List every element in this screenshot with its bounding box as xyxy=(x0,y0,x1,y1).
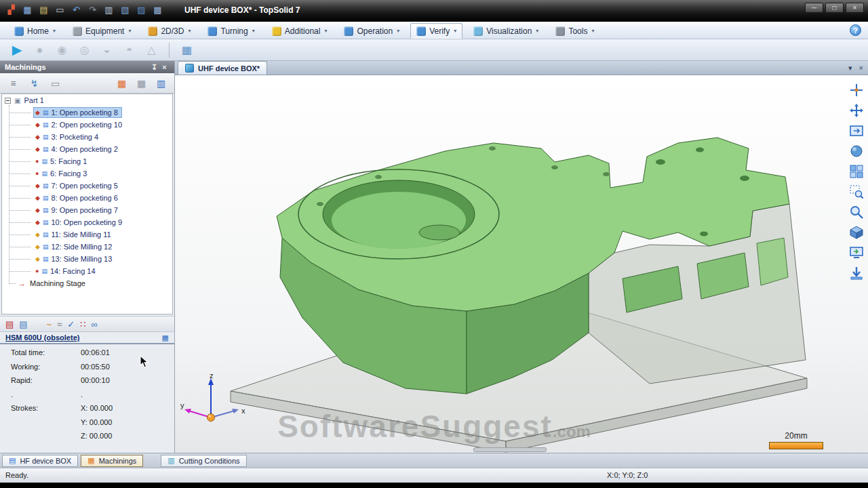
tree-root-part[interactable]: Part 1 xyxy=(2,94,172,106)
fit-view-icon[interactable] xyxy=(848,123,865,139)
machining-tree-item[interactable]: 4: Open pocketing 2 xyxy=(2,143,172,155)
tree-filter-icon[interactable]: ≡ xyxy=(5,75,22,91)
machining-tree-item[interactable]: 11: Side Milling 11 xyxy=(2,228,172,241)
machining-tree-item[interactable]: 5: Facing 1 xyxy=(2,155,172,167)
copy-view-icon[interactable]: ▥ xyxy=(102,3,116,16)
window-list-icon[interactable]: ▾ xyxy=(848,64,852,73)
model-3d-view[interactable] xyxy=(175,75,868,453)
operation-type-icon xyxy=(35,268,39,274)
close-view-icon[interactable]: × xyxy=(859,64,863,73)
redo-icon[interactable]: ↷ xyxy=(85,3,100,16)
origin-crosshair-icon[interactable] xyxy=(848,82,865,98)
save-icon[interactable]: ▦ xyxy=(20,3,35,16)
connection-icon[interactable]: ∞ xyxy=(92,319,98,329)
print-icon[interactable]: ▭ xyxy=(47,75,64,91)
machining-tree-item[interactable]: 14: Facing 14 xyxy=(2,265,172,277)
machining-stage-item[interactable]: Machining Stage xyxy=(2,277,172,289)
chevron-down-icon[interactable]: ▾ xyxy=(252,28,255,34)
split-viewports-icon[interactable] xyxy=(848,163,865,180)
viewport-scrollbar[interactable] xyxy=(473,447,547,452)
machining-tree-item[interactable]: 9: Open pocketing 7 xyxy=(2,204,172,216)
tools-table-icon[interactable]: ▦ xyxy=(133,75,150,91)
print-icon[interactable]: ▭ xyxy=(53,3,67,16)
maximize-button[interactable]: □ xyxy=(825,3,844,13)
toolpath-icon[interactable]: ~ xyxy=(47,319,52,329)
verify-check-icon[interactable]: ✓ xyxy=(67,319,75,329)
operation-type-icon xyxy=(35,134,40,140)
machining-plan-icon[interactable]: ▦ xyxy=(178,41,195,58)
probe-icon[interactable]: △ xyxy=(143,41,160,58)
chevron-down-icon[interactable]: ▾ xyxy=(127,28,131,34)
operation-type-icon xyxy=(35,121,40,128)
close-button[interactable]: × xyxy=(846,3,864,13)
machinings-view-icon[interactable]: ▤ xyxy=(5,319,14,329)
document-area: UHF device BOX* ▾ × xyxy=(175,61,868,453)
sync-icon[interactable]: ↯ xyxy=(26,75,43,91)
tool-icon[interactable]: ◒ xyxy=(98,41,115,58)
ribbon-tab[interactable]: Equipment ▾ xyxy=(66,23,137,39)
machining-tree-item-label: 13: Side Milling 13 xyxy=(51,255,112,263)
machining-tree-item[interactable]: 1: Open pocketing 8 xyxy=(2,106,172,119)
ribbon-tab[interactable]: Home ▾ xyxy=(8,23,62,39)
operations-table-icon[interactable]: ▦ xyxy=(113,75,130,91)
shaded-view-icon[interactable] xyxy=(848,143,865,159)
zoom-window-icon[interactable] xyxy=(848,184,865,200)
machined-stock-icon[interactable]: ◉ xyxy=(54,41,71,58)
document-options-icon[interactable]: ▨ xyxy=(134,3,149,16)
pin-icon[interactable]: ↧ xyxy=(149,63,159,72)
toolpath-layers-icon xyxy=(43,121,49,128)
holder-icon[interactable]: ◓ xyxy=(121,41,138,58)
window-layout-icon[interactable]: ▩ xyxy=(151,3,165,16)
help-button[interactable]: ? xyxy=(850,24,861,36)
stock-icon[interactable]: ● xyxy=(31,41,48,58)
ribbon-tab[interactable]: Turning ▾ xyxy=(201,23,260,39)
ribbon-tab[interactable]: Tools ▾ xyxy=(549,23,600,39)
ribbon-tab[interactable]: Visualization ▾ xyxy=(467,23,545,39)
machining-tree-item[interactable]: 2: Open pocketing 10 xyxy=(2,119,172,131)
collisions-icon[interactable]: ∷ xyxy=(80,319,85,329)
app-menu-icon[interactable]: ▞ xyxy=(4,3,18,16)
machining-stage-label: Machining Stage xyxy=(30,279,85,287)
times-table-icon[interactable]: ▥ xyxy=(153,75,170,91)
undo-icon[interactable]: ↶ xyxy=(69,3,83,16)
screen-update-icon[interactable] xyxy=(848,245,865,261)
machining-tree-item[interactable]: 12: Side Milling 12 xyxy=(2,241,172,253)
chevron-down-icon[interactable]: ▾ xyxy=(187,28,191,34)
machining-tree-item[interactable]: 7: Open pocketing 5 xyxy=(2,180,172,192)
machining-tree-item[interactable]: 10: Open pocketing 9 xyxy=(2,216,172,228)
chevron-down-icon[interactable]: ▾ xyxy=(396,28,399,34)
ribbon-tab[interactable]: Operation ▾ xyxy=(338,23,406,39)
document-tab[interactable]: UHF device BOX* xyxy=(178,61,267,75)
machining-tree-item[interactable]: 8: Open pocketing 6 xyxy=(2,192,172,204)
chevron-down-icon[interactable]: ▾ xyxy=(323,28,327,34)
ribbon-tab[interactable]: 2D/3D ▾ xyxy=(142,23,197,39)
bottom-tab[interactable]: ▥ Cutting Conditions xyxy=(161,455,246,467)
ribbon-tab[interactable]: Verify ▾ xyxy=(410,23,462,39)
simulate-play-button[interactable]: ▶ xyxy=(8,41,26,59)
zoom-icon[interactable] xyxy=(848,204,865,220)
machining-tree-item[interactable]: 13: Side Milling 13 xyxy=(2,253,172,265)
machine-info-icon[interactable]: ▦ xyxy=(162,333,169,342)
isometric-view-icon[interactable] xyxy=(848,224,865,241)
chevron-down-icon[interactable]: ▾ xyxy=(591,28,594,34)
tools-view-icon[interactable]: ▤ xyxy=(19,319,27,329)
chevron-down-icon[interactable]: ▾ xyxy=(52,28,56,34)
chevron-down-icon[interactable]: ▾ xyxy=(535,28,538,34)
curve-icon[interactable]: ≈ xyxy=(57,319,62,329)
machine-name-link[interactable]: HSM 600U (obsolete) xyxy=(5,333,79,342)
model-3d-viewport[interactable]: z x y SoftwareSuggest.com 20mm xyxy=(175,75,868,453)
machining-tree-item[interactable]: 3: Pocketing 4 xyxy=(2,131,172,143)
open-icon[interactable]: ▤ xyxy=(37,3,51,16)
bottom-tab[interactable]: ▤ HF device BOX xyxy=(2,455,78,467)
target-part-icon[interactable]: ◎ xyxy=(76,41,93,58)
machining-tree-item[interactable]: 6: Facing 3 xyxy=(2,167,172,180)
minimize-button[interactable]: ─ xyxy=(805,3,823,13)
settings-icon[interactable]: ▧ xyxy=(118,3,132,16)
collapse-expander-icon[interactable] xyxy=(5,98,11,104)
chevron-down-icon[interactable]: ▾ xyxy=(453,28,456,34)
pan-icon[interactable] xyxy=(848,102,865,119)
default-view-icon[interactable] xyxy=(848,265,865,281)
ribbon-tab[interactable]: Additional ▾ xyxy=(266,23,334,39)
bottom-tab[interactable]: ▦ Machinings xyxy=(81,455,143,467)
close-panel-icon[interactable]: × xyxy=(159,63,170,71)
